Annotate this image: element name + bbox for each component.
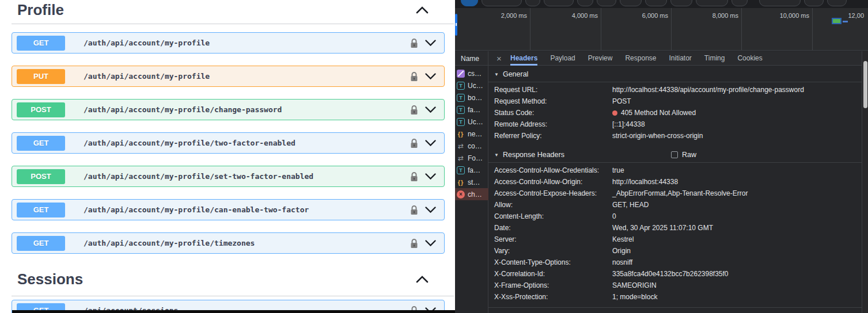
timeline-drag-handle-icon[interactable] xyxy=(455,14,457,36)
header-value: strict-origin-when-cross-origin xyxy=(612,132,703,140)
network-request-row[interactable]: Tfa… xyxy=(455,104,488,116)
filter-pill-button[interactable] xyxy=(670,0,692,6)
request-name: Uc… xyxy=(468,82,483,90)
tab-timing[interactable]: Timing xyxy=(704,51,725,66)
network-request-row[interactable]: {}st… xyxy=(455,176,488,188)
filter-pill-button[interactable] xyxy=(759,0,801,6)
filter-pill-button[interactable] xyxy=(620,0,642,6)
filter-pill-button[interactable] xyxy=(696,0,728,6)
swagger-pane: Profile GET/auth/api/account/my-profileP… xyxy=(0,0,455,313)
header-kv-row: Content-Length:0 xyxy=(488,211,862,222)
header-value: GET, HEAD xyxy=(612,201,649,209)
scrollbar-thumb[interactable] xyxy=(863,61,867,108)
endpoint-actions xyxy=(410,38,436,48)
response-headers-section-header[interactable]: ▼ Response Headers Raw xyxy=(488,147,862,163)
request-name: Uc… xyxy=(468,118,483,126)
network-name-column-header[interactable]: Name xyxy=(455,51,488,66)
endpoint-path: /auth/api/account/my-profile xyxy=(84,39,210,47)
filter-pill-button[interactable] xyxy=(645,0,667,6)
stylesheet-file-icon xyxy=(457,70,465,78)
raw-checkbox[interactable] xyxy=(671,151,678,158)
filter-pill-button[interactable] xyxy=(461,0,478,6)
filter-pill-button[interactable] xyxy=(577,0,593,6)
network-request-row[interactable]: TUc… xyxy=(455,116,488,128)
request-name: fa… xyxy=(468,106,480,114)
header-value: 0 xyxy=(612,212,616,220)
header-key: Date: xyxy=(494,224,511,232)
network-request-row[interactable]: Tfa… xyxy=(455,164,488,176)
expand-operation-icon[interactable] xyxy=(425,240,436,246)
endpoint-row[interactable]: GET/auth/api/account/my-profile/two-fact… xyxy=(12,132,445,154)
window-bottom-edge xyxy=(12,310,455,313)
tab-preview[interactable]: Preview xyxy=(588,51,613,66)
header-key: Status Code: xyxy=(494,109,534,117)
network-request-row[interactable]: ×ch… xyxy=(455,188,488,200)
expand-operation-icon[interactable] xyxy=(425,106,436,113)
http-method-badge: POST xyxy=(17,169,65,184)
header-kv-row: Access-Control-Allow-Credentials:true xyxy=(488,165,862,176)
filter-pill-button[interactable] xyxy=(827,0,847,6)
header-kv-row: Date:Wed, 30 Apr 2025 11:07:10 GMT xyxy=(488,222,862,234)
filter-pill-button[interactable] xyxy=(597,0,616,6)
lock-icon xyxy=(410,105,418,115)
request-name: bo… xyxy=(468,94,482,102)
network-request-row[interactable]: {}ne… xyxy=(455,128,488,140)
lock-icon xyxy=(410,205,418,215)
header-kv-row: X-Frame-Options:SAMEORIGIN xyxy=(488,280,862,291)
header-key: Request Method: xyxy=(494,97,547,105)
request-name: ne… xyxy=(468,130,482,138)
network-request-row[interactable]: TUc… xyxy=(455,79,488,91)
general-section-header[interactable]: ▼ General xyxy=(488,67,862,82)
endpoint-row[interactable]: GET/auth/api/account/my-profile/timezone… xyxy=(12,232,445,254)
filter-pill-button[interactable] xyxy=(804,0,824,6)
endpoint-row[interactable]: GET/auth/api/account/my-profile xyxy=(12,32,445,54)
tab-initiator[interactable]: Initiator xyxy=(669,51,691,66)
tab-payload[interactable]: Payload xyxy=(550,51,575,66)
endpoint-actions xyxy=(410,105,436,115)
header-key: Access-Control-Expose-Headers: xyxy=(494,189,597,197)
header-key: Remote Address: xyxy=(494,120,547,128)
filter-pill-button[interactable] xyxy=(525,0,540,6)
raw-checkbox-label: Raw xyxy=(682,151,696,159)
network-timeline-overview[interactable]: 2,000 ms4,000 ms6,000 ms8,000 ms10,000 m… xyxy=(455,8,868,51)
filter-pill-button[interactable] xyxy=(482,0,522,6)
network-request-list: cs…TUc…Tbo…Tfa…TUc…{}ne…⇄co…⇄Fo…Tfa…{}st… xyxy=(455,66,488,313)
details-scrollbar[interactable] xyxy=(862,51,868,313)
expand-operation-icon[interactable] xyxy=(425,207,436,213)
lock-icon xyxy=(410,138,418,148)
network-request-row[interactable]: cs… xyxy=(455,67,488,79)
collapse-section-icon[interactable] xyxy=(416,6,429,14)
expand-operation-icon[interactable] xyxy=(425,140,436,146)
tab-response[interactable]: Response xyxy=(625,51,656,66)
collapse-section-icon[interactable] xyxy=(416,275,429,283)
exchange-file-icon: ⇄ xyxy=(457,154,465,162)
header-value: http://localhost:44338/api/account/my-pr… xyxy=(612,86,804,94)
expand-operation-icon[interactable] xyxy=(425,73,436,79)
script-file-icon: {} xyxy=(457,178,465,186)
endpoint-row[interactable]: GET/auth/api/account/my-profile/can-enab… xyxy=(12,199,445,220)
tab-cookies[interactable]: Cookies xyxy=(737,51,762,66)
endpoint-row[interactable]: POST/auth/api/account/my-profile/change-… xyxy=(12,99,445,120)
header-key: X-Frame-Options: xyxy=(494,281,549,289)
devtools-panel: 2,000 ms4,000 ms6,000 ms8,000 ms10,000 m… xyxy=(455,0,868,313)
font-file-icon: T xyxy=(457,166,465,174)
tab-headers[interactable]: Headers xyxy=(510,51,537,66)
screenshot-stage: Profile GET/auth/api/account/my-profileP… xyxy=(0,0,868,313)
section-title-profile[interactable]: Profile xyxy=(17,1,444,19)
expand-operation-icon[interactable] xyxy=(425,173,436,180)
header-kv-row: Referrer Policy:strict-origin-when-cross… xyxy=(488,130,862,142)
header-key: Request URL: xyxy=(494,86,537,94)
filter-pill-button[interactable] xyxy=(544,0,574,6)
endpoint-row[interactable]: PUT/auth/api/account/my-profile xyxy=(12,66,445,87)
endpoint-row[interactable]: POST/auth/api/account/my-profile/set-two… xyxy=(12,166,445,187)
timeline-gridline xyxy=(671,8,672,51)
header-value: 335a8fca4d0e4132bcc7b262398f35f0 xyxy=(612,270,729,278)
network-request-row[interactable]: ⇄co… xyxy=(455,140,488,152)
section-title-sessions[interactable]: Sessions xyxy=(17,270,444,288)
expand-operation-icon[interactable] xyxy=(425,40,436,46)
network-request-row[interactable]: ⇄Fo… xyxy=(455,152,488,164)
network-request-row[interactable]: Tbo… xyxy=(455,91,488,104)
close-details-icon[interactable]: × xyxy=(496,51,502,66)
endpoint-actions xyxy=(410,71,436,82)
filter-pill-button[interactable] xyxy=(731,0,748,6)
